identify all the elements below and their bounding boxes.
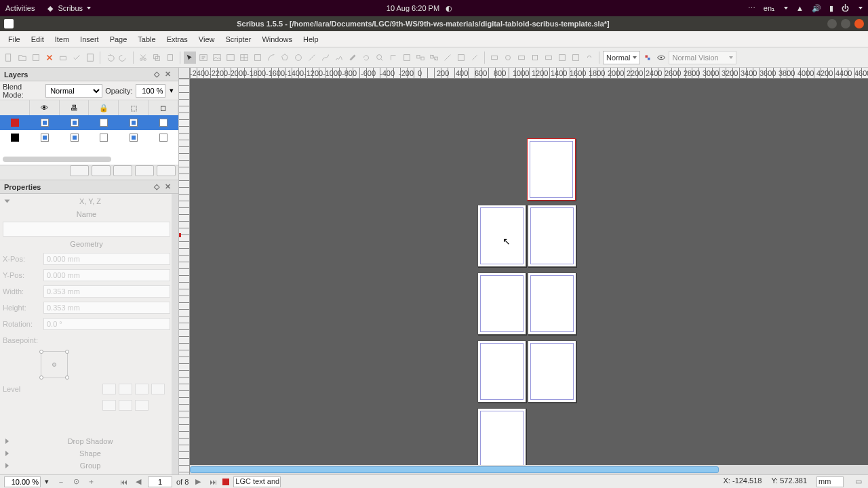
panel-undock-icon[interactable]: ◇ [154, 70, 163, 79]
menu-extras[interactable]: Extras [161, 33, 193, 45]
open-icon[interactable] [16, 52, 28, 64]
document-canvas[interactable]: ↖ [190, 79, 868, 464]
select-tool-icon[interactable] [184, 52, 196, 64]
polygon-icon[interactable] [279, 52, 291, 64]
layer-visible-checkbox[interactable] [41, 134, 49, 142]
page-thumbnail[interactable] [477, 340, 526, 403]
layer-outline-checkbox[interactable] [159, 134, 167, 142]
maximize-button[interactable] [841, 19, 850, 28]
level-btn[interactable] [102, 384, 116, 394]
layer-row[interactable] [0, 115, 178, 130]
menu-view[interactable]: View [193, 33, 220, 45]
close-button[interactable] [854, 19, 864, 28]
page-thumbnail[interactable] [528, 340, 576, 403]
drop-shadow-section[interactable]: Drop Shadow [3, 435, 170, 447]
layer-visible-checkbox[interactable] [41, 119, 49, 127]
group-section[interactable]: Group [3, 460, 170, 472]
page-number-input[interactable] [148, 476, 172, 487]
opacity-spinner[interactable]: ▾ [168, 86, 176, 95]
panel-close-icon[interactable]: ✕ [165, 70, 174, 79]
measure-icon[interactable] [441, 52, 454, 64]
menu-file[interactable]: File [3, 33, 26, 45]
menu-edit[interactable]: Edit [26, 33, 50, 45]
pdf-annotation-icon[interactable] [570, 52, 582, 64]
layer-duplicate-button[interactable] [113, 165, 132, 176]
layer-print-checkbox[interactable] [71, 119, 79, 127]
paste-icon[interactable] [164, 52, 176, 64]
keyboard-lang[interactable]: en₁ [764, 4, 774, 13]
bezier-icon[interactable] [319, 52, 332, 64]
edit-text-icon[interactable] [387, 52, 399, 64]
pdf-radio-icon[interactable] [502, 52, 514, 64]
preview-mode-select[interactable]: Normal [603, 51, 640, 64]
power-icon[interactable]: ⏻ [842, 4, 849, 12]
preflight-icon[interactable] [71, 52, 83, 64]
panel-close-icon[interactable]: ✕ [165, 182, 174, 192]
height-input[interactable]: 0.353 mm [43, 302, 170, 314]
canvas-hscroll[interactable] [190, 465, 868, 474]
close-doc-icon[interactable] [43, 52, 56, 64]
copy-props-icon[interactable] [455, 52, 467, 64]
save-icon[interactable] [30, 52, 42, 64]
layer-row[interactable] [0, 130, 178, 145]
properties-vscroll[interactable] [172, 194, 178, 474]
eye-icon[interactable] [655, 52, 667, 64]
page-thumbnail[interactable] [477, 205, 526, 267]
shape-icon[interactable] [252, 52, 264, 64]
layer-lock-checkbox[interactable] [100, 134, 108, 142]
page-thumbnail[interactable] [528, 272, 576, 335]
minimize-button[interactable] [827, 19, 837, 28]
layer-add-button[interactable] [70, 165, 89, 176]
zoom-out-icon[interactable]: − [56, 476, 66, 487]
level-btn[interactable] [119, 400, 132, 411]
menu-table[interactable]: Table [132, 33, 161, 45]
text-frame-icon[interactable] [197, 52, 210, 64]
zoom-icon[interactable] [374, 52, 386, 64]
ruler-vertical[interactable] [179, 79, 190, 474]
layer-lock-checkbox[interactable] [100, 119, 108, 127]
zoom-in-icon[interactable]: ＋ [85, 476, 96, 487]
print-icon[interactable] [57, 52, 69, 64]
pdf-text-icon[interactable] [515, 52, 528, 64]
layer-down-button[interactable] [157, 165, 176, 176]
pdf-push-button-icon[interactable] [488, 52, 500, 64]
menu-page[interactable]: Page [104, 33, 133, 45]
prev-page-icon[interactable]: ◀ [133, 476, 144, 487]
layer-outline-checkbox[interactable] [159, 119, 167, 127]
xpos-input[interactable]: 0.000 mm [43, 253, 170, 265]
blend-mode-select[interactable]: Normal [45, 84, 102, 98]
layer-remove-button[interactable] [92, 165, 111, 176]
last-page-icon[interactable]: ⏭ [208, 476, 218, 487]
pdf-checkbox-icon[interactable] [529, 52, 541, 64]
level-btn[interactable] [119, 384, 132, 394]
rotation-input[interactable]: 0.0 ° [43, 318, 170, 330]
level-btn[interactable] [102, 400, 116, 411]
opacity-input[interactable] [136, 84, 165, 98]
ruler-origin[interactable] [179, 68, 190, 79]
ruler-horizontal[interactable]: -2400-2200-2000-1800-1600-1400-1200-1000… [190, 68, 868, 79]
pdf-combo-icon[interactable] [542, 52, 555, 64]
layer-print-checkbox[interactable] [71, 134, 79, 142]
copy-icon[interactable] [151, 52, 163, 64]
spiral-icon[interactable] [292, 52, 304, 64]
tray-icon-1[interactable]: ⋯ [748, 4, 755, 13]
menu-item[interactable]: Item [50, 33, 75, 45]
notification-icon[interactable]: ◐ [446, 4, 452, 12]
page-thumbnail[interactable] [527, 138, 576, 201]
menu-scripter[interactable]: Scripter [220, 33, 256, 45]
undo-icon[interactable] [104, 52, 116, 64]
volume-icon[interactable]: 🔊 [812, 4, 821, 13]
shape-section[interactable]: Shape [3, 447, 170, 460]
zoom-reset-icon[interactable]: ⊙ [71, 476, 81, 487]
layer-up-button[interactable] [135, 165, 154, 176]
first-page-icon[interactable]: ⏮ [118, 476, 129, 487]
line-icon[interactable] [306, 52, 318, 64]
page-thumbnail[interactable] [477, 272, 526, 335]
new-icon[interactable] [3, 52, 15, 64]
link-frames-icon[interactable] [414, 52, 427, 64]
layer-flow-checkbox[interactable] [130, 119, 138, 127]
table-icon[interactable] [238, 52, 250, 64]
statusbar-extra-icon[interactable]: ▭ [853, 476, 864, 487]
unlink-frames-icon[interactable] [428, 52, 440, 64]
toggle-color-icon[interactable] [642, 52, 654, 64]
